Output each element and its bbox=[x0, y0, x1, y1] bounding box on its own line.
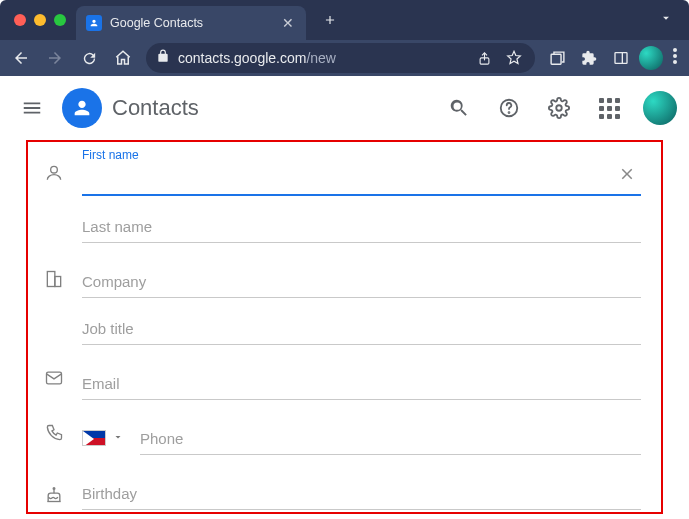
company-field bbox=[82, 251, 641, 298]
svg-point-9 bbox=[556, 105, 562, 111]
chevron-down-icon bbox=[112, 429, 124, 447]
url-host: contacts.google.com bbox=[178, 50, 306, 66]
sidepanel-icon[interactable] bbox=[607, 50, 635, 66]
phone-input[interactable] bbox=[140, 424, 641, 455]
window-close-button[interactable] bbox=[14, 14, 26, 26]
email-field bbox=[82, 353, 641, 400]
svg-rect-12 bbox=[55, 277, 61, 287]
create-contact-form: First name bbox=[26, 140, 663, 514]
birthday-hint: mm/dd/yyyy bbox=[82, 512, 641, 514]
tab-favicon bbox=[86, 15, 102, 31]
last-name-input[interactable] bbox=[82, 212, 641, 243]
window-controls bbox=[6, 14, 76, 26]
svg-point-8 bbox=[509, 112, 510, 113]
app-header: Contacts bbox=[0, 76, 689, 140]
url-text: contacts.google.com/new bbox=[178, 50, 465, 66]
first-name-input[interactable] bbox=[82, 164, 641, 196]
email-icon bbox=[40, 368, 68, 400]
phone-country-picker[interactable] bbox=[82, 429, 124, 455]
svg-rect-11 bbox=[47, 272, 55, 287]
tabs-dropdown-button[interactable] bbox=[649, 11, 683, 29]
building-icon bbox=[40, 269, 68, 345]
extensions-icon[interactable] bbox=[575, 50, 603, 66]
company-row bbox=[40, 251, 641, 345]
tab-overview-icon[interactable] bbox=[543, 50, 571, 67]
google-apps-button[interactable] bbox=[589, 88, 629, 128]
phone-icon bbox=[40, 423, 68, 455]
address-bar[interactable]: contacts.google.com/new bbox=[146, 43, 535, 73]
birthday-input[interactable] bbox=[82, 479, 641, 510]
email-input[interactable] bbox=[82, 369, 641, 400]
browser-tab[interactable]: Google Contacts ✕ bbox=[76, 6, 306, 40]
birthday-field: mm/dd/yyyy bbox=[82, 463, 641, 514]
browser-menu-button[interactable] bbox=[667, 48, 683, 68]
svg-rect-1 bbox=[551, 54, 561, 64]
nav-back-button[interactable] bbox=[6, 43, 36, 73]
nav-home-button[interactable] bbox=[108, 43, 138, 73]
birthday-row: mm/dd/yyyy bbox=[40, 463, 641, 514]
svg-point-4 bbox=[673, 48, 677, 52]
svg-point-6 bbox=[673, 60, 677, 64]
window-minimize-button[interactable] bbox=[34, 14, 46, 26]
phone-row bbox=[40, 408, 641, 455]
window-maximize-button[interactable] bbox=[54, 14, 66, 26]
app-title: Contacts bbox=[112, 95, 199, 121]
svg-rect-19 bbox=[47, 372, 62, 384]
help-button[interactable] bbox=[489, 88, 529, 128]
nav-forward-button[interactable] bbox=[40, 43, 70, 73]
person-icon bbox=[40, 163, 68, 243]
url-path: /new bbox=[306, 50, 336, 66]
phone-field bbox=[140, 408, 641, 455]
share-icon[interactable] bbox=[473, 51, 495, 66]
tab-close-button[interactable]: ✕ bbox=[280, 15, 296, 31]
job-title-field bbox=[82, 298, 641, 345]
last-name-field bbox=[82, 196, 641, 243]
settings-button[interactable] bbox=[539, 88, 579, 128]
contacts-logo bbox=[62, 88, 102, 128]
new-tab-button[interactable] bbox=[316, 6, 344, 34]
svg-point-10 bbox=[51, 166, 58, 173]
company-input[interactable] bbox=[82, 267, 641, 298]
account-avatar[interactable] bbox=[643, 91, 677, 125]
nav-reload-button[interactable] bbox=[74, 43, 104, 73]
profile-avatar-button[interactable] bbox=[639, 46, 663, 70]
browser-chrome: Google Contacts ✕ contacts.googl bbox=[0, 0, 689, 76]
job-title-input[interactable] bbox=[82, 314, 641, 345]
first-name-field: First name bbox=[82, 148, 641, 196]
svg-point-5 bbox=[673, 54, 677, 58]
lock-icon bbox=[156, 49, 170, 67]
email-row bbox=[40, 353, 641, 400]
flag-ph-icon bbox=[82, 430, 106, 446]
tab-strip: Google Contacts ✕ bbox=[0, 0, 689, 40]
search-button[interactable] bbox=[439, 88, 479, 128]
main-menu-button[interactable] bbox=[12, 88, 52, 128]
tab-title: Google Contacts bbox=[110, 16, 272, 30]
browser-toolbar: contacts.google.com/new bbox=[0, 40, 689, 76]
first-name-label: First name bbox=[82, 148, 139, 162]
name-row: First name bbox=[40, 148, 641, 243]
svg-rect-2 bbox=[615, 53, 627, 64]
cake-icon bbox=[40, 484, 68, 514]
bookmark-icon[interactable] bbox=[503, 50, 525, 66]
